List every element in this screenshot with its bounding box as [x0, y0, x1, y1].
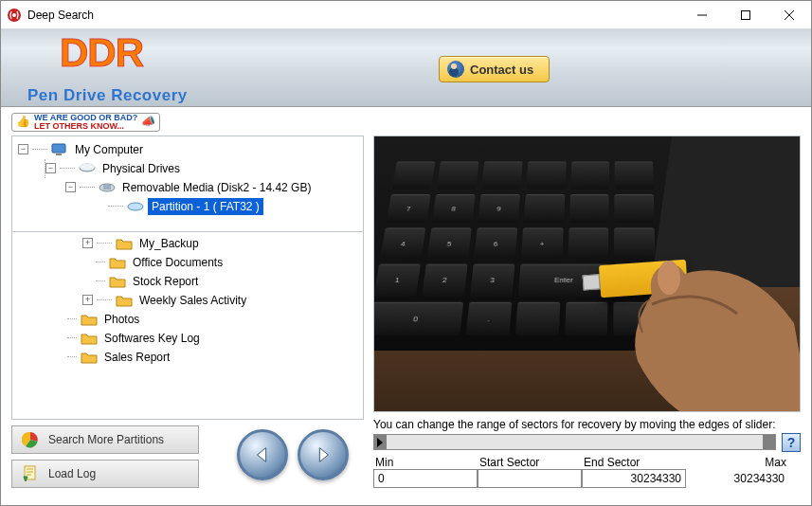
- svg-rect-3: [742, 10, 750, 19]
- drive-tree[interactable]: − My Computer − Physical Drives − Rem: [11, 136, 364, 232]
- close-button[interactable]: [767, 1, 811, 29]
- expander-icon[interactable]: −: [18, 144, 28, 154]
- drive-icon: [79, 161, 96, 176]
- megaphone-icon: 📣: [141, 117, 155, 126]
- thumb-up-icon: 👍: [16, 117, 30, 126]
- start-sector-input[interactable]: [478, 469, 582, 488]
- folder-icon: [81, 350, 98, 365]
- folder-icon: [116, 293, 133, 308]
- start-sector-label: Start Sector: [478, 456, 582, 469]
- folder-label[interactable]: Softwares Key Log: [101, 331, 203, 346]
- partition-icon: [127, 199, 144, 214]
- contact-label: Contact us: [470, 63, 533, 77]
- folder-label[interactable]: Photos: [101, 312, 142, 327]
- computer-icon: [51, 142, 68, 157]
- logo: DDR: [60, 30, 143, 76]
- tree-root[interactable]: My Computer: [72, 142, 146, 157]
- maximize-button[interactable]: [724, 1, 767, 29]
- folder-icon: [81, 312, 98, 327]
- person-icon: [447, 61, 464, 78]
- min-label: Min: [373, 456, 478, 469]
- load-log-button[interactable]: Load Log: [11, 460, 199, 488]
- contact-us-button[interactable]: Contact us: [439, 56, 550, 82]
- load-log-label: Load Log: [48, 467, 96, 480]
- folder-icon: [109, 274, 126, 289]
- app-icon: [7, 8, 22, 23]
- preview-image: 789 456+ 123Enter 0.: [373, 136, 801, 412]
- expander-icon[interactable]: −: [65, 182, 76, 192]
- svg-point-9: [80, 163, 95, 170]
- svg-rect-6: [52, 144, 65, 153]
- folder-label[interactable]: Office Documents: [130, 255, 226, 270]
- next-button[interactable]: [298, 429, 349, 480]
- folder-label[interactable]: Sales Report: [101, 350, 172, 365]
- header-banner: DDR Pen Drive Recovery Contact us: [1, 29, 811, 107]
- titlebar: Deep Search: [1, 1, 811, 29]
- feedback-line2: LET OTHERS KNOW...: [34, 121, 124, 131]
- svg-point-1: [12, 13, 16, 17]
- max-label: Max: [686, 456, 788, 469]
- max-value: [686, 469, 788, 488]
- feedback-button[interactable]: 👍 WE ARE GOOD OR BAD? LET OTHERS KNOW...…: [11, 113, 160, 132]
- svg-rect-11: [103, 185, 111, 190]
- help-button[interactable]: ?: [782, 433, 801, 452]
- folder-tree[interactable]: + My_Backup Office Documents Stock Repor…: [11, 232, 364, 420]
- tree-removable[interactable]: Removable Media (Disk2 - 14.42 GB): [119, 180, 314, 195]
- min-value[interactable]: [373, 469, 478, 488]
- end-sector-input[interactable]: [582, 469, 686, 488]
- folder-label[interactable]: Weekly Sales Activity: [136, 293, 249, 308]
- search-more-partitions-button[interactable]: Search More Partitions: [11, 425, 199, 454]
- expander-icon[interactable]: +: [82, 295, 93, 305]
- sector-range-slider[interactable]: [373, 434, 776, 450]
- svg-point-12: [128, 203, 143, 210]
- document-icon: [22, 465, 39, 482]
- folder-icon: [116, 236, 133, 251]
- expander-icon[interactable]: −: [45, 163, 56, 173]
- svg-rect-7: [56, 154, 62, 155]
- back-button[interactable]: [237, 429, 288, 480]
- tree-drives[interactable]: Physical Drives: [99, 161, 183, 176]
- expander-icon[interactable]: +: [82, 238, 93, 248]
- minimize-button[interactable]: [680, 1, 724, 29]
- folder-label[interactable]: Stock Report: [130, 274, 201, 289]
- folder-icon: [81, 331, 98, 346]
- pie-chart-icon: [22, 431, 39, 448]
- slider-handle-right-icon[interactable]: [767, 438, 772, 447]
- hand-illustration: [595, 219, 801, 412]
- slider-hint: You can change the range of sectors for …: [373, 418, 801, 431]
- removable-drive-icon: [99, 180, 116, 195]
- window-title: Deep Search: [27, 9, 680, 22]
- folder-icon: [109, 255, 126, 270]
- product-subtitle: Pen Drive Recovery: [27, 86, 188, 105]
- slider-handle-left-icon[interactable]: [377, 438, 383, 447]
- svg-point-15: [658, 261, 680, 295]
- tree-partition-selected[interactable]: Partition - 1 ( FAT32 ): [148, 198, 263, 215]
- search-more-label: Search More Partitions: [48, 433, 164, 446]
- end-sector-label: End Sector: [582, 456, 686, 469]
- folder-label[interactable]: My_Backup: [136, 236, 202, 251]
